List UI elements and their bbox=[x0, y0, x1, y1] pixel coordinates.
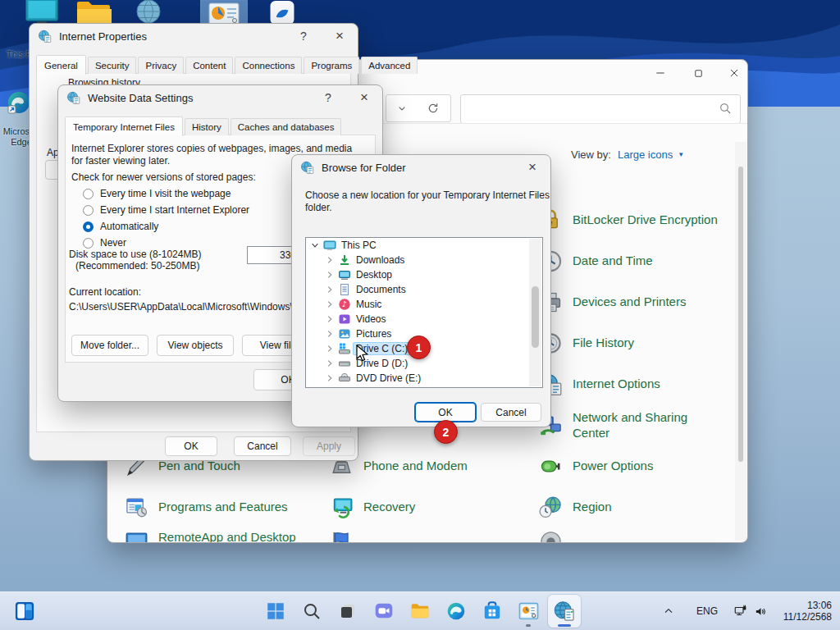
close-button[interactable] bbox=[723, 63, 746, 83]
ip-apply-button[interactable]: Apply bbox=[303, 436, 355, 456]
ip-tab-general[interactable]: General bbox=[36, 55, 86, 75]
bff-ok-button[interactable]: OK bbox=[415, 403, 476, 422]
taskbar-search-button[interactable] bbox=[295, 595, 328, 628]
current-location-label: Current location: bbox=[69, 286, 141, 298]
tray-show-hidden-icons[interactable] bbox=[656, 600, 681, 622]
tray-network-volume[interactable] bbox=[725, 600, 776, 622]
tree-item-label: This PC bbox=[339, 240, 379, 251]
desktop-icon-edge[interactable] bbox=[7, 90, 31, 115]
chevron-right-icon[interactable] bbox=[324, 343, 336, 354]
bff-close-icon[interactable]: × bbox=[521, 158, 544, 177]
radio-automatically[interactable]: Automatically bbox=[83, 220, 158, 233]
chevron-right-icon[interactable] bbox=[324, 358, 336, 369]
wds-help-button[interactable]: ? bbox=[317, 88, 340, 107]
cp-item-date-and-time[interactable]: Date and Time bbox=[538, 240, 653, 281]
tray-clock[interactable]: 13:06 11/12/2568 bbox=[771, 597, 835, 625]
chevron-right-icon[interactable] bbox=[324, 299, 336, 310]
radio-button[interactable] bbox=[83, 221, 94, 232]
ip-ok-button[interactable]: OK bbox=[165, 436, 217, 456]
chevron-right-icon[interactable] bbox=[324, 328, 336, 340]
desktop-icon bbox=[338, 268, 351, 281]
cp-item-label: File History bbox=[573, 335, 634, 351]
cp-item-power-options[interactable]: Power Options bbox=[538, 445, 653, 486]
taskbar-store-button[interactable] bbox=[476, 595, 509, 628]
cp-item-internet-options[interactable]: Internet Options bbox=[538, 363, 660, 404]
bff-description: Choose a new location for your Temporary… bbox=[305, 189, 550, 214]
cp-item-devices-and-printers[interactable]: Devices and Printers bbox=[538, 281, 686, 322]
chevron-up-icon bbox=[662, 605, 675, 618]
taskbar-chat-button[interactable] bbox=[368, 595, 400, 628]
tray-language[interactable]: ENG bbox=[691, 600, 724, 622]
maximize-button[interactable] bbox=[687, 63, 710, 83]
cp-item-file-history[interactable]: File History bbox=[538, 322, 634, 363]
cp-item-recovery[interactable]: Recovery bbox=[329, 486, 415, 527]
tree-item-dvd-drive-e[interactable]: DVD Drive (E:) bbox=[306, 371, 542, 386]
store-icon bbox=[482, 600, 503, 622]
tree-item-drive-d-d[interactable]: Drive D (D:) bbox=[306, 356, 542, 371]
radio-button[interactable] bbox=[83, 205, 94, 216]
programs-icon bbox=[124, 495, 149, 520]
ip-tab-connections[interactable]: Connections bbox=[235, 57, 302, 74]
tree-item-documents[interactable]: Documents bbox=[306, 282, 542, 297]
chevron-right-icon[interactable] bbox=[324, 313, 336, 325]
taskbar-control-panel-button[interactable] bbox=[512, 595, 545, 628]
close-icon[interactable]: × bbox=[328, 26, 351, 46]
bff-cancel-button[interactable]: Cancel bbox=[481, 403, 541, 422]
tree-item-desktop[interactable]: Desktop bbox=[306, 267, 542, 282]
wds-tab-history[interactable]: History bbox=[185, 118, 229, 135]
desktop-icon-tile[interactable] bbox=[269, 0, 295, 25]
taskbar-task-view-button[interactable] bbox=[331, 595, 364, 628]
help-button[interactable]: ? bbox=[292, 26, 315, 46]
ip-tab-advanced[interactable]: Advanced bbox=[361, 57, 418, 74]
cp-item-remoteapp-and-desktop[interactable]: RemoteApp and Desktop bbox=[124, 527, 296, 543]
radio-button[interactable] bbox=[83, 189, 94, 199]
cp-item-label: RemoteApp and Desktop bbox=[158, 529, 296, 543]
ip-tab-security[interactable]: Security bbox=[88, 57, 137, 74]
tree-item-this-pc[interactable]: This PC bbox=[306, 238, 542, 253]
ip-tab-privacy[interactable]: Privacy bbox=[138, 57, 184, 74]
radio-every-time-i-visit-the-webpage[interactable]: Every time I visit the webpage bbox=[83, 187, 231, 200]
address-dropdown-button[interactable] bbox=[386, 96, 418, 121]
tree-item-downloads[interactable]: Downloads bbox=[306, 253, 542, 267]
wds-tab-temporary-internet-files[interactable]: Temporary Internet Files bbox=[65, 116, 183, 136]
cp-item-network-and-sharing-center[interactable]: Network and Sharing Center bbox=[538, 404, 687, 445]
radio-never[interactable]: Never bbox=[83, 236, 126, 249]
tree-scrollbar-thumb[interactable] bbox=[532, 286, 539, 348]
wds-close-icon[interactable]: × bbox=[353, 88, 376, 107]
cp-item-label: Power Options bbox=[573, 458, 653, 474]
desktop: This PC Microsoft Edge View by: Large ic… bbox=[0, 0, 840, 630]
ip-tab-programs[interactable]: Programs bbox=[304, 57, 359, 74]
radio-button[interactable] bbox=[83, 238, 94, 249]
taskbar-start-button[interactable] bbox=[259, 595, 292, 628]
cp-item-bitlocker-drive-encryption[interactable]: BitLocker Drive Encryption bbox=[538, 199, 718, 240]
chevron-right-icon[interactable] bbox=[324, 269, 336, 281]
minimize-button[interactable] bbox=[649, 63, 672, 83]
search-box[interactable] bbox=[460, 94, 741, 124]
taskbar-edge-button[interactable] bbox=[440, 595, 472, 628]
refresh-button[interactable] bbox=[418, 96, 449, 121]
scrollbar-track[interactable] bbox=[735, 142, 746, 541]
chevron-right-icon[interactable] bbox=[324, 372, 336, 384]
wds-tab-caches-and-databases[interactable]: Caches and databases bbox=[231, 118, 342, 135]
cp-item-region[interactable]: Region bbox=[538, 486, 612, 527]
ip-tab-content[interactable]: Content bbox=[185, 57, 233, 74]
chevron-right-icon[interactable] bbox=[324, 284, 336, 295]
tree-item-music[interactable]: ♪Music bbox=[306, 297, 542, 312]
chevron-down-icon[interactable] bbox=[309, 240, 321, 251]
view-by-dropdown[interactable]: Large icons ▼ bbox=[618, 148, 684, 161]
scrollbar-thumb[interactable] bbox=[738, 167, 743, 462]
taskbar-internet-properties-button[interactable] bbox=[548, 595, 581, 628]
ip-cancel-button[interactable]: Cancel bbox=[234, 436, 291, 456]
tree-item-videos[interactable]: Videos bbox=[306, 312, 542, 326]
move-folder-button[interactable]: Move folder... bbox=[71, 335, 148, 356]
taskbar: ENG 13:06 11/12/2568 bbox=[0, 591, 840, 630]
radio-every-time-i-start-internet-explorer[interactable]: Every time I start Internet Explorer bbox=[83, 203, 249, 217]
taskbar-file-explorer-button[interactable] bbox=[404, 595, 436, 628]
cp-item-programs-and-features[interactable]: Programs and Features bbox=[124, 486, 288, 527]
cp-item-sound[interactable] bbox=[538, 527, 573, 543]
tree-scrollbar[interactable] bbox=[529, 239, 541, 386]
cp-item-flag[interactable] bbox=[329, 527, 363, 543]
taskbar-widgets-button[interactable] bbox=[8, 595, 41, 628]
chevron-right-icon[interactable] bbox=[324, 254, 336, 266]
view-objects-button[interactable]: View objects bbox=[157, 335, 234, 356]
